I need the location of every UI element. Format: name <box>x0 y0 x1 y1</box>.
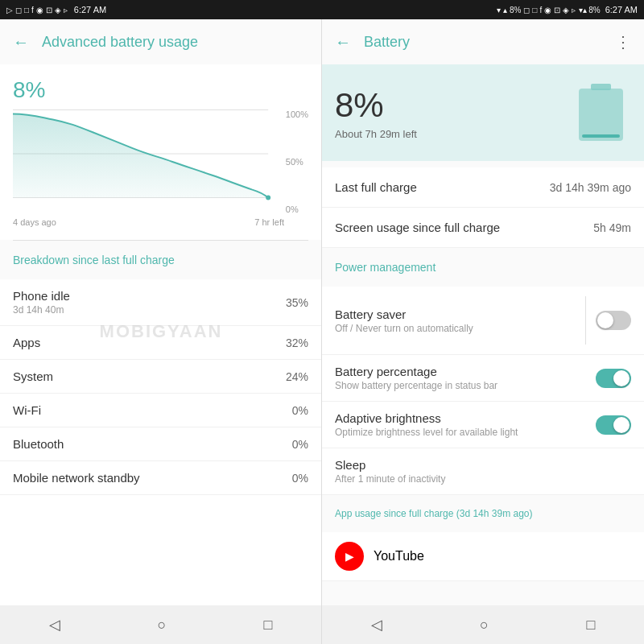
right-back-button[interactable]: ← <box>335 33 351 52</box>
battery-time-left: About 7h 29m left <box>335 128 417 140</box>
usage-item-percent: 0% <box>292 438 308 451</box>
chart-x-right: 7 hr left <box>254 217 284 227</box>
right-twitter-icon: ◈ <box>563 6 569 14</box>
battery-percent: 8% <box>335 86 417 125</box>
youtube-item[interactable]: ▶ YouTube <box>322 532 644 581</box>
sleep-sub: After 1 minute of inactivity <box>335 473 631 485</box>
right-screen-title: Battery <box>364 34 410 51</box>
battery-saver-name: Battery saver <box>335 308 576 321</box>
battery-percentage-name: Battery percentage <box>335 365 589 378</box>
usage-item-name: System <box>13 369 286 383</box>
chart-container: 8% <box>0 64 321 240</box>
right-battery: 8% <box>588 6 600 14</box>
list-item[interactable]: Phone idle 3d 14h 40m 35% <box>0 279 321 326</box>
list-item[interactable]: Wi-Fi 0% <box>0 394 321 427</box>
right-play-icon: ▹ <box>572 6 576 14</box>
right-gmail-icon: □ <box>532 6 537 14</box>
pm-divider <box>585 296 586 345</box>
play-icon: ▹ <box>64 6 68 14</box>
menu-dots-button[interactable]: ⋮ <box>615 32 631 52</box>
adaptive-brightness-info: Adaptive brightness Optimize brightness … <box>335 411 589 438</box>
usage-item-info: Apps <box>13 336 286 349</box>
right-instagram-icon: ◻ <box>523 6 530 14</box>
right-home-nav[interactable]: ○ <box>480 617 489 634</box>
usage-item-name: Phone idle <box>13 289 286 303</box>
left-recent-nav[interactable]: □ <box>264 617 273 634</box>
info-rows-container: Last full charge 3d 14h 39m ago Screen u… <box>322 167 644 248</box>
power-management-header: Power management <box>322 248 644 280</box>
battery-percentage-toggle[interactable] <box>596 369 631 388</box>
battery-saver-item[interactable]: Battery saver Off / Never turn on automa… <box>322 287 644 355</box>
last-charge-label: Last full charge <box>335 180 417 194</box>
signal-icon: ▷ <box>6 6 13 14</box>
adaptive-brightness-item[interactable]: Adaptive brightness Optimize brightness … <box>322 402 644 448</box>
wifi-icon: ▾ <box>497 6 501 14</box>
right-app-bar: ← Battery ⋮ <box>322 19 644 64</box>
battery-icon <box>575 80 631 145</box>
svg-rect-6 <box>582 134 620 138</box>
power-management-section: Battery saver Off / Never turn on automa… <box>322 287 644 495</box>
screen-usage-value: 5h 49m <box>593 221 631 234</box>
svg-rect-4 <box>579 89 623 141</box>
chart-x-left: 4 days ago <box>13 217 56 227</box>
battery-info: 8% About 7h 29m left <box>335 86 417 140</box>
right-recent-nav[interactable]: □ <box>586 617 595 634</box>
left-home-nav[interactable]: ○ <box>158 617 167 634</box>
right-back-nav[interactable]: ◁ <box>371 616 382 634</box>
battery-icon-container <box>575 80 631 145</box>
right-battery-label: 8% <box>510 6 521 14</box>
battery-saver-toggle[interactable] <box>596 311 631 330</box>
list-item[interactable]: Mobile network standby 0% <box>0 461 321 495</box>
usage-item-sub: 3d 14h 40m <box>13 304 286 316</box>
right-screen: ← Battery ⋮ 8% About 7h 29m left <box>322 19 644 644</box>
list-item[interactable]: System 24% <box>0 360 321 394</box>
usage-item-name: Wi-Fi <box>13 403 292 417</box>
messenger-icon: ◉ <box>36 6 43 14</box>
battery-chart <box>13 109 284 206</box>
right-nav-bar: ◁ ○ □ <box>322 605 644 644</box>
last-full-charge-row: Last full charge 3d 14h 39m ago <box>322 167 644 208</box>
right-camera-icon: ⊡ <box>554 6 560 14</box>
youtube-label: YouTube <box>374 549 424 564</box>
chart-percent: 8% <box>13 77 308 103</box>
app-usage-section: ▶ YouTube <box>322 532 644 581</box>
left-back-button[interactable]: ← <box>13 33 29 52</box>
sleep-info: Sleep After 1 minute of inactivity <box>335 458 631 485</box>
battery-percentage-sub: Show battery percentage in status bar <box>335 380 589 391</box>
right-facebook-icon: f <box>539 6 542 14</box>
chart-y-0: 0% <box>286 204 308 214</box>
svg-rect-5 <box>591 84 611 90</box>
battery-saver-sub: Off / Never turn on automatically <box>335 323 576 334</box>
svg-point-3 <box>266 196 270 200</box>
right-time: 6:27 AM <box>605 5 638 14</box>
usage-item-info: Wi-Fi <box>13 403 292 417</box>
left-back-nav[interactable]: ◁ <box>49 616 60 634</box>
usage-item-info: Phone idle 3d 14h 40m <box>13 289 286 316</box>
instagram-icon: ◻ <box>15 6 22 14</box>
adaptive-brightness-toggle[interactable] <box>596 415 631 435</box>
chart-y-50: 50% <box>286 157 308 167</box>
app-usage-header: App usage since full charge (3d 14h 39m … <box>322 495 644 526</box>
list-item[interactable]: Bluetooth 0% <box>0 427 321 461</box>
battery-percentage-info: Battery percentage Show battery percenta… <box>335 365 589 391</box>
battery-percentage-item[interactable]: Battery percentage Show battery percenta… <box>322 355 644 402</box>
chart-y-labels: 100% 50% 0% <box>286 109 308 214</box>
adaptive-brightness-name: Adaptive brightness <box>335 411 589 425</box>
chart-x-labels: 4 days ago 7 hr left <box>13 217 308 227</box>
right-messenger-icon: ◉ <box>544 6 551 14</box>
chart-area: 100% 50% 0% <box>13 109 308 214</box>
usage-item-name: Apps <box>13 336 286 349</box>
list-item[interactable]: Apps 32% <box>0 326 321 360</box>
usage-item-percent: 35% <box>286 296 308 309</box>
usage-item-name: Bluetooth <box>13 437 292 451</box>
breakdown-header: Breakdown since last full charge <box>0 241 321 273</box>
screen-usage-label: Screen usage since full charge <box>335 221 500 234</box>
battery-saver-info: Battery saver Off / Never turn on automa… <box>335 308 576 334</box>
usage-item-percent: 0% <box>292 472 308 485</box>
camera-icon: ⊡ <box>46 6 52 14</box>
last-charge-value: 3d 14h 39m ago <box>550 181 631 194</box>
twitter-icon: ◈ <box>55 6 61 14</box>
usage-item-percent: 24% <box>286 370 308 383</box>
left-screen: ← Advanced battery usage 8% <box>0 19 322 644</box>
sleep-item[interactable]: Sleep After 1 minute of inactivity <box>322 448 644 495</box>
